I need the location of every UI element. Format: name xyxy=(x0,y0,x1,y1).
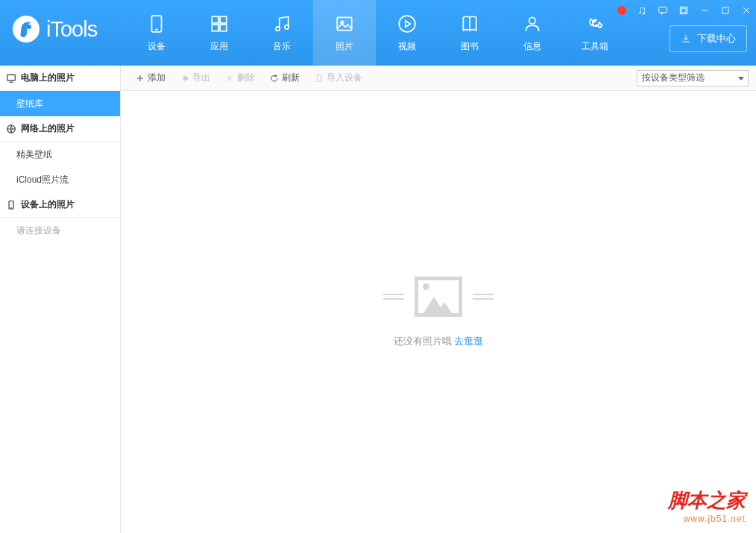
svg-point-8 xyxy=(276,26,280,30)
chat-icon[interactable] xyxy=(653,1,672,20)
plus-icon xyxy=(136,74,145,83)
export-button: 导出 xyxy=(173,66,218,91)
app-logo: iTools xyxy=(0,0,125,45)
svg-point-9 xyxy=(285,25,289,28)
book-icon xyxy=(459,13,480,34)
export-icon xyxy=(180,74,189,83)
svg-rect-14 xyxy=(659,7,667,13)
sidebar-section-device-photos[interactable]: 设备上的照片 xyxy=(0,192,120,218)
main-nav: 设备 应用 音乐 照片 视频 图书 信息 工具箱 xyxy=(125,0,626,66)
itools-logo-icon xyxy=(10,13,42,45)
browse-link[interactable]: 去逛逛 xyxy=(454,335,483,347)
globe-icon xyxy=(6,124,16,134)
music-icon xyxy=(271,13,292,34)
svg-rect-26 xyxy=(318,75,321,81)
nav-apps[interactable]: 应用 xyxy=(188,0,251,66)
device-icon xyxy=(146,13,167,34)
refresh-button[interactable]: 刷新 xyxy=(262,66,307,91)
dash-icon xyxy=(383,294,404,300)
wrench-icon xyxy=(585,13,605,34)
sidebar-item-connect-hint: 请连接设备 xyxy=(0,218,120,243)
nav-photos[interactable]: 照片 xyxy=(313,0,376,66)
sidebar-section-local-photos[interactable]: 电脑上的照片 xyxy=(0,66,120,91)
download-center-button[interactable]: 下载中心 xyxy=(670,25,747,52)
phone-icon xyxy=(6,200,16,210)
delete-icon xyxy=(225,74,234,83)
app-title: iTools xyxy=(46,17,97,42)
user-icon xyxy=(522,13,543,34)
svg-rect-18 xyxy=(722,7,728,13)
import-device-button: 导入设备 xyxy=(307,66,370,91)
music-mini-icon[interactable]: ♫ xyxy=(632,1,652,20)
svg-rect-5 xyxy=(220,16,227,23)
svg-point-12 xyxy=(399,16,415,32)
nav-books[interactable]: 图书 xyxy=(438,0,501,66)
notification-dot-icon xyxy=(617,6,626,15)
close-icon[interactable] xyxy=(737,1,756,20)
add-button[interactable]: 添加 xyxy=(128,66,173,91)
svg-rect-10 xyxy=(337,17,352,30)
maximize-icon[interactable] xyxy=(716,1,735,20)
minimize-icon[interactable] xyxy=(695,1,714,20)
sidebar-item-wallpaper[interactable]: 壁纸库 xyxy=(0,91,120,116)
svg-point-1 xyxy=(27,25,31,29)
filter-select[interactable]: 按设备类型筛选 xyxy=(637,70,749,86)
empty-state: 还没有照片哦 去逛逛 xyxy=(121,91,756,533)
refresh-icon xyxy=(270,74,279,83)
delete-button: 删除 xyxy=(218,66,262,91)
watermark: 脚本之家 www.jb51.net xyxy=(668,488,746,524)
photo-icon xyxy=(334,13,355,34)
svg-rect-21 xyxy=(7,75,16,81)
svg-rect-16 xyxy=(681,8,686,13)
nav-device[interactable]: 设备 xyxy=(125,0,188,66)
download-icon xyxy=(681,34,691,44)
sidebar: 电脑上的照片 壁纸库 网络上的照片 精美壁纸 iCloud照片流 设备上的照片 … xyxy=(0,66,121,533)
sidebar-item-fine-wallpaper[interactable]: 精美壁纸 xyxy=(0,142,120,167)
import-icon xyxy=(315,74,324,83)
sidebar-section-web-photos[interactable]: 网络上的照片 xyxy=(0,116,120,142)
apps-icon xyxy=(209,13,230,34)
sidebar-item-icloud-stream[interactable]: iCloud照片流 xyxy=(0,167,120,192)
placeholder-image-icon xyxy=(415,277,462,317)
nav-music[interactable]: 音乐 xyxy=(251,0,313,66)
svg-point-13 xyxy=(529,17,536,24)
video-icon xyxy=(397,13,418,34)
nav-video[interactable]: 视频 xyxy=(376,0,438,66)
svg-rect-4 xyxy=(212,16,218,23)
svg-rect-7 xyxy=(220,25,227,31)
monitor-icon xyxy=(6,73,16,83)
skin-icon[interactable] xyxy=(674,1,693,20)
toolbar: 添加 导出 删除 刷新 导入设备 按设备类型筛选 xyxy=(121,66,756,91)
nav-info[interactable]: 信息 xyxy=(501,0,564,66)
svg-rect-6 xyxy=(212,25,218,31)
dash-icon xyxy=(473,294,494,300)
empty-text: 还没有照片哦 去逛逛 xyxy=(394,335,484,348)
